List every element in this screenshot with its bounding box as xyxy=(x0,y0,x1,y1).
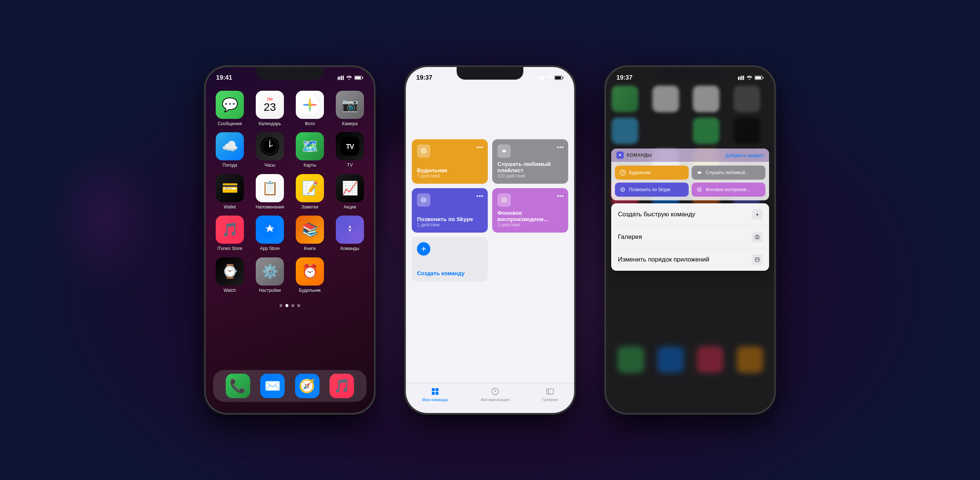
phone-1-time: 19:41 xyxy=(216,74,232,81)
phone-2-frame: 19:37 Править + Мои команды xyxy=(405,66,575,414)
phone-1-status-icons xyxy=(338,76,364,80)
svg-rect-29 xyxy=(423,151,425,152)
svg-point-34 xyxy=(423,200,425,201)
app-stocks[interactable]: 📈 Акции xyxy=(333,174,367,210)
svg-rect-48 xyxy=(738,77,739,80)
dock-music[interactable]: 🎵 xyxy=(329,374,354,398)
context-reorder[interactable]: Изменить порядок приложений xyxy=(611,249,769,271)
alarm-menu[interactable]: ••• xyxy=(476,144,483,152)
svg-rect-43 xyxy=(436,392,439,395)
widget-shortcut-alarm[interactable]: Будильник xyxy=(615,166,689,180)
context-reorder-icon xyxy=(752,255,762,265)
phone-3-time: 19:37 xyxy=(616,74,632,81)
phone-2-screen: 19:37 Править + Мои команды xyxy=(406,67,574,413)
svg-rect-7 xyxy=(363,77,363,79)
phone-3-screen: 19:37 ✦ КОМАНДЫ Добавить виджет xyxy=(606,67,774,413)
blurred-app-4 xyxy=(733,86,760,112)
bgplay-count: 3 действия xyxy=(497,222,563,227)
phones-container: 19:41 💬 Сообщения Пн xyxy=(205,66,775,414)
svg-rect-51 xyxy=(743,76,744,80)
svg-point-60 xyxy=(699,171,701,174)
svg-rect-1 xyxy=(339,76,340,80)
playlist-name: Слушать любимый плейлист xyxy=(497,161,563,173)
tab-automation[interactable]: Автоматизация xyxy=(481,387,510,402)
app-reminders[interactable]: 📋 Напоминания xyxy=(253,174,286,210)
widget-shortcut-bgplay[interactable]: Фоновое воспроизв... xyxy=(692,182,765,196)
phone-3-status-icons xyxy=(738,76,764,80)
app-grid-row3: 💳 Wallet 📋 Напоминания 📝 Заметки 📈 Акции xyxy=(206,170,374,213)
shortcut-bgplay[interactable]: ••• Фоновое воспроизведени... 3 действия xyxy=(492,188,568,233)
app-wallet[interactable]: 💳 Wallet xyxy=(213,174,247,210)
tab-gallery[interactable]: Галерея xyxy=(542,387,558,402)
dock: 📞 ✉️ 🧭 🎵 xyxy=(213,370,367,402)
app-shortcuts[interactable]: Команды xyxy=(333,215,367,251)
svg-rect-27 xyxy=(563,77,563,79)
widget-skype-label: Позвонить по Skype xyxy=(629,187,670,192)
skype-menu[interactable]: ••• xyxy=(476,193,483,200)
widget-header-left: ✦ КОМАНДЫ xyxy=(616,152,652,159)
bg-glow-left xyxy=(49,144,160,292)
context-create-shortcut[interactable]: Создать быструю команду + xyxy=(611,203,769,226)
app-alarm[interactable]: ⏰ Будильник xyxy=(293,257,326,293)
shortcut-playlist[interactable]: ••• Слушать любимый плейлист 220 действи… xyxy=(492,139,568,184)
app-weather[interactable]: ☁️ Погода xyxy=(213,132,247,168)
svg-rect-42 xyxy=(432,392,435,395)
svg-point-52 xyxy=(749,79,750,80)
app-clock[interactable]: Часы xyxy=(253,132,286,168)
app-grid-row4: 🎵 iTunes Store App Store 📚 Книги xyxy=(206,212,374,255)
app-camera[interactable]: 📷 Камера xyxy=(333,91,367,126)
bgplay-icon xyxy=(497,193,511,207)
app-watch[interactable]: ⌚ Watch xyxy=(213,257,247,293)
svg-point-24 xyxy=(549,79,550,80)
widget-title: КОМАНДЫ xyxy=(627,153,652,158)
widget-shortcut-skype[interactable]: Позвонить по Skype xyxy=(615,182,689,196)
svg-point-15 xyxy=(269,146,270,147)
skype-icon xyxy=(417,193,430,207)
dock-mail[interactable]: ✉️ xyxy=(260,374,285,398)
phone-1-status-bar: 19:41 xyxy=(206,67,374,83)
shortcut-create[interactable]: + Создать команду xyxy=(412,237,488,282)
create-label: Создать команду xyxy=(417,270,483,276)
app-appstore[interactable]: App Store xyxy=(253,215,286,251)
svg-rect-50 xyxy=(741,76,742,80)
phone-3-frame: 19:37 ✦ КОМАНДЫ Добавить виджет xyxy=(605,66,775,414)
playlist-menu[interactable]: ••• xyxy=(557,144,564,152)
shortcut-skype[interactable]: ••• Позвонить по Skype 1 действие xyxy=(412,188,488,233)
svg-rect-41 xyxy=(436,388,439,391)
blurred-app-3 xyxy=(693,86,719,112)
svg-rect-40 xyxy=(432,388,435,391)
dock-phone[interactable]: 📞 xyxy=(226,374,250,398)
widget-add-btn[interactable]: Добавить виджет xyxy=(725,153,764,158)
app-notes[interactable]: 📝 Заметки xyxy=(293,174,326,210)
dock-safari[interactable]: 🧭 xyxy=(295,374,320,398)
playlist-count: 220 действий xyxy=(497,173,563,179)
app-calendar[interactable]: Пн 23 Календарь xyxy=(253,91,286,126)
svg-text:TV: TV xyxy=(346,143,354,150)
app-books[interactable]: 📚 Книги xyxy=(293,215,326,251)
svg-point-39 xyxy=(505,200,506,201)
phone-2-time: 19:37 xyxy=(416,74,432,81)
app-itunes[interactable]: 🎵 iTunes Store xyxy=(213,215,247,251)
tab-my-shortcuts[interactable]: Мои команды xyxy=(422,387,448,402)
alarm-count: 7 действий xyxy=(417,173,483,179)
widget-alarm-label: Будильник xyxy=(629,170,651,175)
phone-3-status-bar: 19:37 xyxy=(606,67,774,83)
svg-rect-21 xyxy=(540,76,541,80)
context-gallery[interactable]: Галерея xyxy=(611,226,769,249)
app-photos[interactable]: Фото xyxy=(293,91,326,126)
app-settings[interactable]: ⚙️ Настройки xyxy=(253,257,286,293)
svg-rect-20 xyxy=(538,77,539,80)
app-grid-row5: ⌚ Watch ⚙️ Настройки ⏰ Будильник xyxy=(206,254,374,297)
app-tv[interactable]: TV TV xyxy=(333,132,367,168)
widget-shortcuts-grid: Будильник Слушать любимый... Позвонить п… xyxy=(611,162,769,200)
app-maps[interactable]: 🗺️ Карты xyxy=(293,132,326,168)
blurred-app-5 xyxy=(612,117,638,144)
shortcut-alarm[interactable]: ••• Будильник 7 действий xyxy=(412,139,488,184)
phone-2-status-bar: 19:37 xyxy=(406,67,574,83)
svg-rect-54 xyxy=(756,77,761,79)
app-messages[interactable]: 💬 Сообщения xyxy=(213,91,247,126)
svg-rect-28 xyxy=(423,150,424,151)
widget-shortcut-playlist[interactable]: Слушать любимый... xyxy=(692,166,765,180)
bgplay-menu[interactable]: ••• xyxy=(557,193,564,200)
create-plus: + xyxy=(417,242,430,255)
